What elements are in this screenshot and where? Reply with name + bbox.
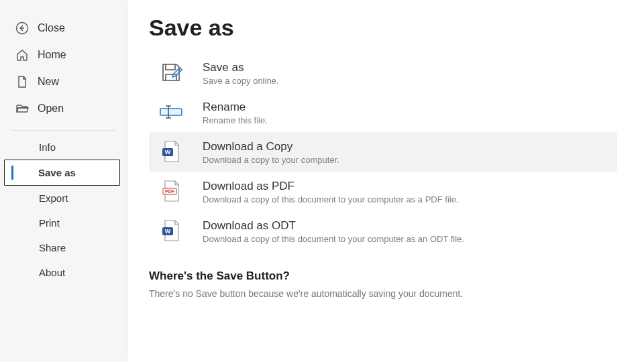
option-save-as[interactable]: Save as Save a copy online. — [149, 53, 617, 93]
svg-text:PDF: PDF — [165, 189, 175, 194]
sidebar-item-home[interactable]: Home — [7, 42, 120, 68]
sidebar-item-about[interactable]: About — [0, 260, 127, 285]
svg-text:W: W — [165, 149, 171, 156]
sidebar-divider — [11, 130, 116, 131]
sidebar-label: New — [38, 76, 59, 88]
option-title: Download as ODT — [203, 219, 464, 233]
back-arrow-icon — [15, 21, 30, 36]
home-icon — [15, 48, 30, 62]
backstage-sidebar: Close Home New Open — [0, 0, 127, 362]
sidebar-item-save-as[interactable]: Save as — [4, 160, 120, 186]
word-doc-icon: W — [158, 139, 184, 164]
save-as-icon — [158, 60, 184, 85]
folder-open-icon — [15, 101, 30, 116]
sidebar-item-print[interactable]: Print — [0, 210, 127, 235]
save-as-panel: Save as Save as Save a copy online. Rena… — [127, 0, 644, 362]
help-text: There's no Save button because we're aut… — [149, 288, 617, 299]
option-download-pdf[interactable]: PDF Download as PDF Download a copy of t… — [149, 172, 617, 211]
option-download-odt[interactable]: W Download as ODT Download a copy of thi… — [149, 211, 617, 251]
sidebar-item-export[interactable]: Export — [0, 186, 127, 210]
sidebar-item-open[interactable]: Open — [7, 95, 120, 122]
help-section: Where's the Save Button? There's no Save… — [149, 269, 617, 299]
option-title: Save as — [203, 61, 278, 74]
sidebar-item-info[interactable]: Info — [0, 135, 127, 160]
option-desc: Download a copy of this document to your… — [203, 194, 459, 204]
sidebar-label: Home — [38, 49, 66, 61]
sidebar-item-close[interactable]: Close — [7, 15, 120, 42]
odt-doc-icon: W — [158, 218, 184, 243]
svg-rect-1 — [160, 109, 182, 115]
option-desc: Download a copy of this document to your… — [203, 234, 464, 244]
svg-text:W: W — [165, 228, 171, 235]
option-download-copy[interactable]: W Download a Copy Download a copy to you… — [149, 132, 617, 172]
new-doc-icon — [15, 74, 30, 89]
option-desc: Rename this file. — [203, 115, 268, 125]
sidebar-item-share[interactable]: Share — [0, 235, 127, 260]
option-rename[interactable]: Rename Rename this file. — [149, 93, 617, 132]
option-title: Rename — [203, 101, 268, 114]
option-title: Download a Copy — [203, 140, 339, 154]
option-title: Download as PDF — [203, 180, 459, 193]
pdf-doc-icon: PDF — [158, 178, 184, 204]
page-title: Save as — [149, 15, 617, 41]
sidebar-item-new[interactable]: New — [7, 68, 120, 95]
option-desc: Download a copy to your computer. — [203, 155, 339, 165]
sidebar-label: Open — [38, 103, 64, 115]
sidebar-label: Close — [38, 22, 65, 34]
help-title: Where's the Save Button? — [149, 269, 617, 283]
option-desc: Save a copy online. — [203, 76, 278, 86]
rename-icon — [158, 99, 184, 125]
